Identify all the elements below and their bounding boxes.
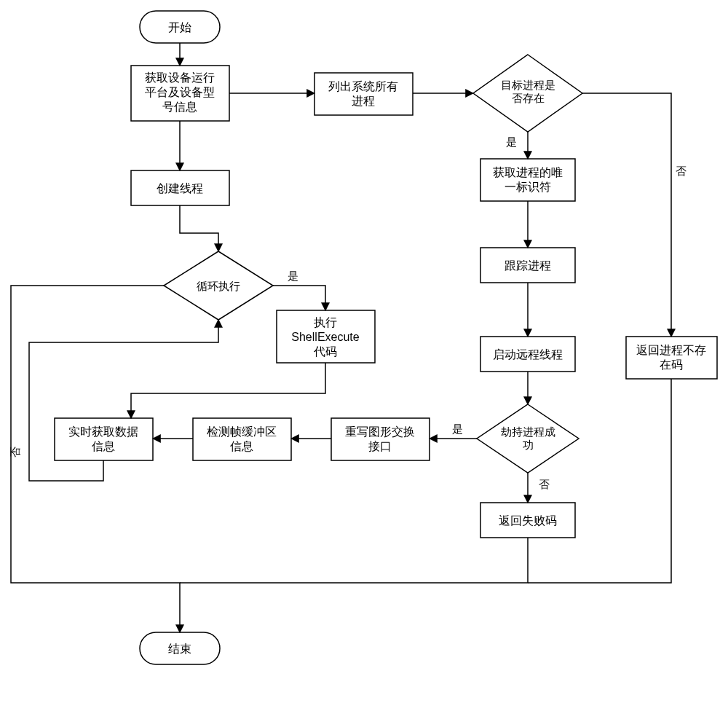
edge-create-loop xyxy=(180,205,218,251)
process-failcode-label: 返回失败码 xyxy=(499,514,557,527)
process-listproc xyxy=(314,73,413,115)
decision-targetexists-l1: 目标进程是 xyxy=(501,79,555,91)
process-shellexecute-l3: 代码 xyxy=(313,345,337,358)
edge-d2-fail-label: 否 xyxy=(539,478,550,490)
process-getpid-l1: 获取进程的唯 xyxy=(493,166,563,178)
process-getpid-l2: 一标识符 xyxy=(505,181,551,193)
flowchart-canvas: 开始 获取设备运行 平台及设备型 号信息 列出系统所有 进程 目标进程是 否存在… xyxy=(0,0,728,703)
terminator-start-label: 开始 xyxy=(168,21,191,34)
process-createthread-label: 创建线程 xyxy=(157,182,203,195)
process-realtime-l1: 实时获取数据 xyxy=(68,425,138,438)
decision-hijacksuccess-l1: 劫持进程成 xyxy=(501,425,555,438)
process-rewrite-l1: 重写图形交换 xyxy=(345,425,415,438)
process-shellexecute-l1: 执行 xyxy=(314,316,337,329)
process-detectfb xyxy=(193,418,291,460)
process-realtime-l2: 信息 xyxy=(92,440,115,452)
process-listproc-l2: 进程 xyxy=(352,95,375,107)
process-deviceinfo-l2: 平台及设备型 xyxy=(145,86,215,98)
process-notexistcode xyxy=(626,337,717,379)
edge-loop-shell xyxy=(273,286,325,310)
edge-d1-notexist xyxy=(582,93,671,337)
process-getpid xyxy=(480,159,575,201)
process-deviceinfo-l1: 获取设备运行 xyxy=(145,71,215,84)
edge-loop-shell-label: 是 xyxy=(288,270,298,282)
edge-d1-notexist-label: 否 xyxy=(676,165,687,177)
process-shellexecute-l2: ShellExecute xyxy=(291,331,359,343)
process-trace-label: 跟踪进程 xyxy=(505,259,551,272)
edge-loop-end-label: 否 xyxy=(9,447,21,457)
decision-loop-label: 循环执行 xyxy=(197,280,240,292)
process-listproc-l1: 列出系统所有 xyxy=(328,80,398,93)
edge-shell-realtime xyxy=(131,363,325,418)
process-notexistcode-l2: 在码 xyxy=(660,358,683,371)
decision-targetexists-l2: 否存在 xyxy=(512,92,545,104)
edge-fail-end xyxy=(180,538,528,583)
edge-d1-n3-label: 是 xyxy=(506,136,517,148)
process-realtime xyxy=(55,418,153,460)
process-rewrite-l2: 接口 xyxy=(368,440,392,452)
edge-d2-rewrite-label: 是 xyxy=(452,423,463,435)
process-detectfb-l2: 信息 xyxy=(230,440,253,452)
process-deviceinfo-l3: 号信息 xyxy=(162,101,197,113)
process-rewrite xyxy=(331,418,430,460)
process-remotethread-label: 启动远程线程 xyxy=(493,348,563,361)
process-notexistcode-l1: 返回进程不存 xyxy=(636,344,706,356)
decision-hijacksuccess-l2: 功 xyxy=(523,439,534,451)
terminator-end-label: 结束 xyxy=(168,643,191,655)
process-detectfb-l1: 检测帧缓冲区 xyxy=(207,425,277,438)
